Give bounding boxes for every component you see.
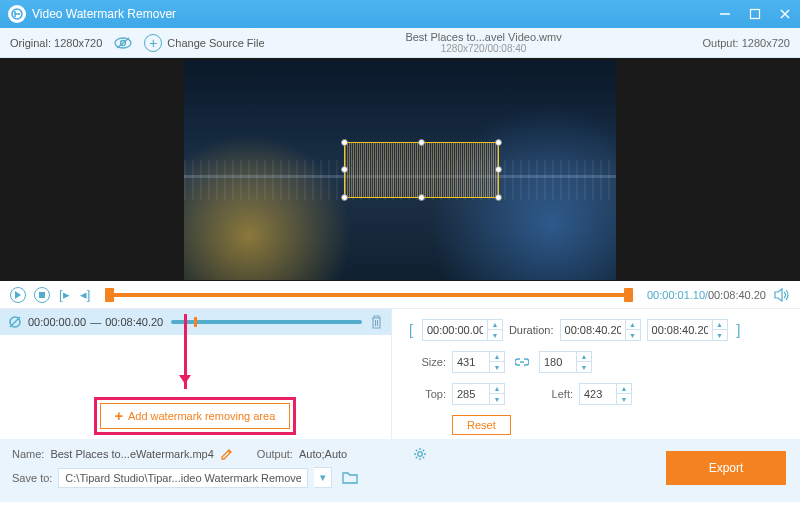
svg-rect-2 (751, 10, 760, 19)
output-settings-icon[interactable] (413, 447, 427, 461)
reset-button[interactable]: Reset (452, 415, 511, 435)
resize-handle-tr[interactable] (495, 139, 502, 146)
preview-toggle-icon[interactable] (114, 36, 132, 50)
svg-marker-8 (15, 291, 21, 299)
export-button[interactable]: Export (666, 451, 786, 485)
change-source-button[interactable]: + Change Source File (144, 34, 264, 52)
spin-down[interactable]: ▼ (713, 330, 727, 340)
size-label: Size: (406, 356, 446, 368)
properties-panel: [ ▲▼ Duration: ▲▼ ▲▼ ] Size: ▲▼ ▲▼ Top: … (392, 309, 800, 439)
file-info: Best Places to...avel Video.wmv 1280x720… (405, 31, 561, 54)
video-frame (184, 60, 616, 280)
svg-line-7 (117, 38, 129, 48)
size-width-input[interactable]: ▲▼ (452, 351, 505, 373)
delete-segment-icon[interactable] (370, 315, 383, 329)
change-source-label: Change Source File (167, 37, 264, 49)
time-display: 00:00:01.10/00:08:40.20 (647, 289, 766, 301)
svg-point-13 (418, 452, 423, 457)
spin-up[interactable]: ▲ (490, 384, 504, 394)
spin-down[interactable]: ▼ (490, 394, 504, 404)
current-time: 00:00:01.10 (647, 289, 705, 301)
resize-handle-br[interactable] (495, 194, 502, 201)
output-format-label: Output: (257, 448, 293, 460)
volume-icon[interactable] (774, 288, 790, 302)
spin-up[interactable]: ▲ (617, 384, 631, 394)
svg-rect-9 (39, 292, 45, 298)
segment-track[interactable] (171, 320, 362, 324)
resize-handle-mr[interactable] (495, 166, 502, 173)
segment-end: 00:08:40.20 (105, 316, 163, 328)
left-input[interactable]: ▲▼ (579, 383, 632, 405)
segment-row[interactable]: 00:00:00.00 — 00:08:40.20 (0, 309, 391, 335)
spin-down[interactable]: ▼ (577, 362, 591, 372)
spin-down[interactable]: ▼ (626, 330, 640, 340)
segments-panel: 00:00:00.00 — 00:08:40.20 + Add watermar… (0, 309, 392, 439)
watermark-selection-box[interactable] (344, 142, 499, 198)
spin-down[interactable]: ▼ (617, 394, 631, 404)
plus-icon: + (144, 34, 162, 52)
resize-handle-tm[interactable] (418, 139, 425, 146)
spin-down[interactable]: ▼ (490, 362, 504, 372)
range-start-input[interactable]: ▲▼ (422, 319, 503, 341)
bottom-bar: Name: Best Places to...eWatermark.mp4 Ou… (0, 439, 800, 502)
saveto-path-input[interactable] (58, 468, 308, 488)
resize-handle-ml[interactable] (341, 166, 348, 173)
spin-up[interactable]: ▲ (488, 320, 502, 330)
add-watermark-area-label: Add watermark removing area (128, 410, 275, 422)
output-name: Best Places to...eWatermark.mp4 (50, 448, 213, 460)
output-format-value: Auto;Auto (299, 448, 347, 460)
duration-input[interactable]: ▲▼ (560, 319, 641, 341)
resize-handle-bl[interactable] (341, 194, 348, 201)
spin-up[interactable]: ▲ (490, 352, 504, 362)
total-time: 00:08:40.20 (708, 289, 766, 301)
spin-up[interactable]: ▲ (626, 320, 640, 330)
svg-marker-10 (775, 289, 782, 301)
source-filemeta: 1280x720/00:08:40 (405, 43, 561, 54)
set-start-button[interactable]: [▸ (58, 287, 71, 302)
video-preview[interactable] (0, 58, 800, 281)
app-logo-icon (8, 5, 26, 23)
link-aspect-icon[interactable] (515, 356, 529, 368)
titlebar: Video Watermark Remover (0, 0, 800, 28)
annotation-arrow (184, 314, 187, 389)
saveto-dropdown-icon[interactable]: ▾ (314, 467, 332, 488)
range-end-bracket-icon[interactable]: ] (734, 322, 744, 338)
size-height-input[interactable]: ▲▼ (539, 351, 592, 373)
output-label: Output: (703, 37, 739, 49)
range-start-bracket-icon[interactable]: [ (406, 322, 416, 338)
original-label: Original: (10, 37, 51, 49)
timeline-scrubber[interactable] (105, 289, 633, 301)
top-input[interactable]: ▲▼ (452, 383, 505, 405)
set-end-button[interactable]: ◂] (79, 287, 92, 302)
left-label: Left: (539, 388, 573, 400)
duration-label: Duration: (509, 324, 554, 336)
app-title: Video Watermark Remover (32, 7, 718, 21)
maximize-button[interactable] (748, 7, 762, 21)
close-button[interactable] (778, 7, 792, 21)
spin-down[interactable]: ▼ (488, 330, 502, 340)
segment-start: 00:00:00.00 (28, 316, 86, 328)
source-filename: Best Places to...avel Video.wmv (405, 31, 561, 43)
output-dimensions: 1280x720 (742, 37, 790, 49)
top-label: Top: (406, 388, 446, 400)
original-dimensions: 1280x720 (54, 37, 102, 49)
playback-controls: [▸ ◂] 00:00:01.10/00:08:40.20 (0, 281, 800, 309)
name-label: Name: (12, 448, 44, 460)
minimize-button[interactable] (718, 7, 732, 21)
resize-handle-tl[interactable] (341, 139, 348, 146)
saveto-label: Save to: (12, 472, 52, 484)
stop-button[interactable] (34, 287, 50, 303)
segment-icon (8, 315, 22, 329)
toolbar: Original: 1280x720 + Change Source File … (0, 28, 800, 58)
open-folder-icon[interactable] (342, 471, 358, 484)
add-watermark-area-button[interactable]: + Add watermark removing area (100, 403, 290, 429)
edit-name-icon[interactable] (220, 448, 233, 461)
spin-up[interactable]: ▲ (577, 352, 591, 362)
resize-handle-bm[interactable] (418, 194, 425, 201)
play-button[interactable] (10, 287, 26, 303)
range-end-input[interactable]: ▲▼ (647, 319, 728, 341)
spin-up[interactable]: ▲ (713, 320, 727, 330)
